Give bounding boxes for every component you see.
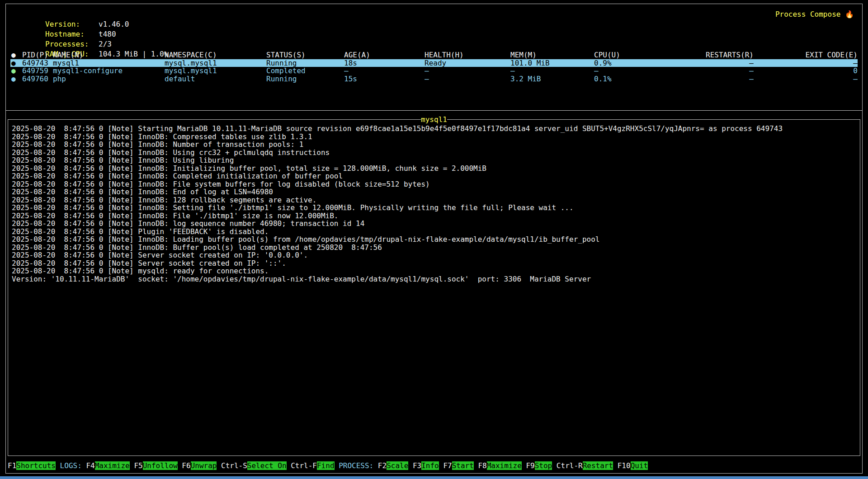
- process-namespace: mysql.mysql1: [165, 67, 266, 75]
- col-exit-code[interactable]: EXIT CODE(E): [754, 51, 858, 59]
- log-line: 2025-08-20 8:47:56 0 [Note] Server socke…: [12, 251, 857, 259]
- shortcut-section-label: PROCESS:: [339, 461, 378, 470]
- shortcut-key: F9: [526, 461, 534, 470]
- process-health: –: [425, 67, 510, 75]
- shortcut-bar: F1Shortcuts LOGS: F4Maximize F5Unfollow …: [6, 459, 862, 473]
- log-panel-title: mysql1: [421, 115, 447, 124]
- shortcut-start-button[interactable]: Start: [452, 461, 474, 470]
- main-frame: Version:v1.46.0 Hostname:t480 Processes:…: [5, 4, 863, 474]
- log-line: 2025-08-20 8:47:56 0 [Note] InnoDB: Comp…: [12, 172, 857, 180]
- col-age[interactable]: AGE(A): [344, 51, 425, 59]
- ram-cpu-row: RAM | CPU:104.3 MiB | 1.0%: [10, 39, 858, 49]
- col-health[interactable]: HEALTH(H): [425, 51, 510, 59]
- log-line: Version: '10.11.11-MariaDB' socket: '/ho…: [12, 275, 857, 283]
- process-mem: 101.0 MiB: [510, 59, 594, 67]
- process-pid: 649759: [22, 67, 53, 75]
- process-table: ● PID(P) NAME(N) NAMESPACE(C) STATUS(S) …: [10, 51, 858, 83]
- process-mem: –: [510, 67, 594, 75]
- log-line: 2025-08-20 8:47:56 0 [Note] InnoDB: Usin…: [12, 156, 857, 164]
- log-line: 2025-08-20 8:47:56 0 [Note] InnoDB: Comp…: [12, 133, 857, 141]
- version-row: Version:v1.46.0: [10, 9, 858, 19]
- shortcut-quit-button[interactable]: Quit: [631, 461, 648, 470]
- status-bullet-icon: ●: [10, 67, 22, 75]
- shortcut-key: F5: [134, 461, 142, 470]
- col-pid[interactable]: PID(P): [22, 51, 53, 59]
- window-bottom-edge: [0, 476, 868, 479]
- version-label: Version:: [45, 19, 99, 29]
- process-row[interactable]: ● 649759 mysql1-configure mysql.mysql1 C…: [10, 67, 858, 75]
- process-health: –: [425, 75, 510, 83]
- process-exit-code: 0: [754, 67, 858, 75]
- shortcut-key: F4: [86, 461, 94, 470]
- process-name: php: [53, 75, 165, 83]
- log-line: 2025-08-20 8:47:56 0 [Note] InnoDB: Load…: [12, 235, 857, 244]
- col-status[interactable]: STATUS(S): [266, 51, 344, 59]
- shortcut-key: Ctrl-F: [291, 461, 317, 470]
- processes-label: Processes:: [45, 39, 99, 49]
- shortcut-key: F1: [8, 461, 16, 470]
- shortcut-stop-button[interactable]: Stop: [535, 461, 552, 470]
- shortcut-restart-button[interactable]: Restart: [583, 461, 613, 470]
- shortcut-maximize-button[interactable]: Maximize: [95, 461, 130, 470]
- process-pid: 649760: [22, 75, 53, 83]
- log-line: 2025-08-20 8:47:56 0 [Note] InnoDB: Buff…: [12, 244, 857, 252]
- shortcut-key: Ctrl-S: [221, 461, 247, 470]
- process-restarts: –: [675, 59, 754, 67]
- log-panel[interactable]: mysql1 2025-08-20 8:47:56 0 [Note] Start…: [8, 119, 860, 456]
- log-line: 2025-08-20 8:47:56 0 [Note] InnoDB: End …: [12, 188, 857, 196]
- log-line: 2025-08-20 8:47:56 0 [Note] Starting Mar…: [12, 125, 857, 133]
- process-compose-window: Version:v1.46.0 Hostname:t480 Processes:…: [0, 0, 868, 479]
- top-section: Version:v1.46.0 Hostname:t480 Processes:…: [6, 4, 862, 111]
- hostname-value: t480: [99, 30, 116, 38]
- col-restarts[interactable]: RESTARTS(R): [675, 51, 754, 59]
- process-cpu: 0.9%: [594, 59, 675, 67]
- app-title: Process Compose 🔥: [775, 9, 854, 19]
- log-line: 2025-08-20 8:47:56 0 [Note] Plugin 'FEED…: [12, 228, 857, 236]
- shortcut-key: F10: [618, 461, 631, 470]
- shortcut-key: F2: [378, 461, 387, 470]
- process-row[interactable]: ● 649760 php default Running 15s – 3.2 M…: [10, 75, 858, 83]
- process-exit-code: –: [754, 75, 858, 83]
- process-pid: 649743: [22, 59, 53, 67]
- version-value: v1.46.0: [99, 20, 129, 28]
- shortcut-unfollow-button[interactable]: Unfollow: [143, 461, 178, 470]
- shortcut-key: F7: [443, 461, 452, 470]
- process-cpu: –: [594, 67, 675, 75]
- log-line: 2025-08-20 8:47:56 0 [Note] mysqld: read…: [12, 267, 857, 275]
- shortcut-scale-button[interactable]: Scale: [387, 461, 408, 470]
- process-restarts: –: [675, 67, 754, 75]
- hostname-label: Hostname:: [45, 29, 99, 39]
- shortcut-find-button[interactable]: Find: [317, 461, 335, 470]
- process-name: mysql1: [53, 59, 165, 67]
- shortcut-maximize-button[interactable]: Maximize: [487, 461, 522, 470]
- process-row[interactable]: ● 649743 mysql1 mysql.mysql1 Running 18s…: [10, 59, 858, 67]
- log-line: 2025-08-20 8:47:56 0 [Note] InnoDB: Sett…: [12, 204, 857, 212]
- process-health: Ready: [425, 59, 510, 67]
- process-age: –: [344, 67, 425, 75]
- shortcut-info-button[interactable]: Info: [421, 461, 439, 470]
- shortcut-section-label: LOGS:: [60, 461, 86, 470]
- shortcut-key: F3: [413, 461, 421, 470]
- shortcut-unwrap-button[interactable]: Unwrap: [191, 461, 217, 470]
- shortcut-shortcuts-button[interactable]: Shortcuts: [16, 461, 56, 470]
- process-table-header: ● PID(P) NAME(N) NAMESPACE(C) STATUS(S) …: [10, 51, 858, 59]
- process-status: Running: [266, 75, 344, 83]
- shortcut-key: Ctrl-R: [557, 461, 583, 470]
- log-line: 2025-08-20 8:47:56 0 [Note] InnoDB: File…: [12, 212, 857, 220]
- process-namespace: mysql.mysql1: [165, 59, 266, 67]
- shortcut-key: F6: [182, 461, 190, 470]
- shortcut-key: F8: [478, 461, 486, 470]
- flame-icon: 🔥: [845, 10, 854, 19]
- log-lines: 2025-08-20 8:47:56 0 [Note] Starting Mar…: [8, 120, 860, 283]
- status-bullet-icon: ●: [10, 59, 22, 67]
- col-namespace[interactable]: NAMESPACE(C): [165, 51, 266, 59]
- process-name: mysql1-configure: [53, 67, 165, 75]
- status-bullet-icon: ●: [10, 75, 22, 83]
- col-name[interactable]: NAME(N): [53, 51, 165, 59]
- col-mem[interactable]: MEM(M): [510, 51, 594, 59]
- process-exit-code: –: [754, 59, 858, 67]
- col-cpu[interactable]: CPU(U): [594, 51, 675, 59]
- process-restarts: –: [675, 75, 754, 83]
- shortcut-select-on-button[interactable]: Select On: [247, 461, 287, 470]
- processes-value: 2/3: [99, 40, 112, 48]
